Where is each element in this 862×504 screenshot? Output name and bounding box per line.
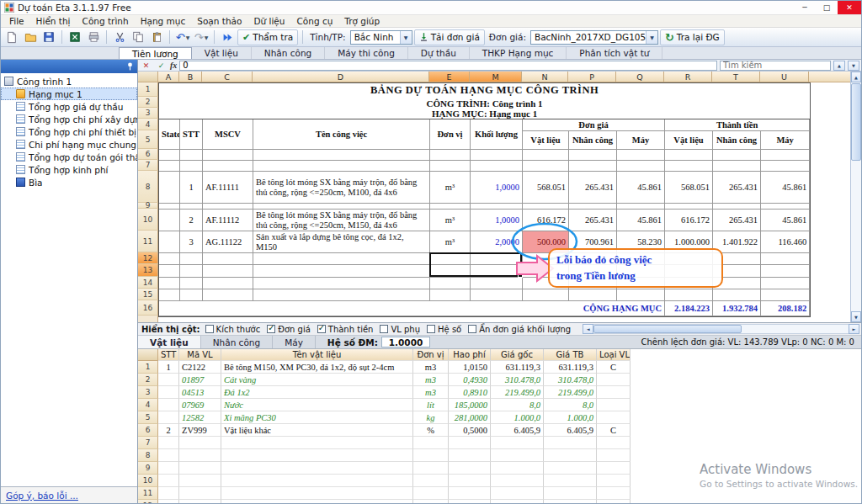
sheet-title[interactable]: BẢNG DỰ TOÁN HẠNG MỤC CÔNG TRÌNH [159,83,810,98]
horizontal-scrollbar[interactable]: ◄ ► [583,324,859,334]
row-header[interactable]: 1 [138,361,158,374]
total-nc[interactable]: 1.932.784 [713,301,761,316]
menu-item[interactable]: Dữ liệu [247,15,290,27]
header-cell[interactable]: MSCV [203,119,253,150]
calculate-button[interactable] [219,29,236,45]
cell-ten[interactable]: Bê tông lót móng SX bằng máy trộn, đổ bằ… [253,172,430,204]
row-header[interactable]: 8 [138,171,158,203]
header-cell[interactable]: Loại VL [597,349,631,361]
coefficient-value[interactable]: 1.0000 [381,337,430,347]
paste-button[interactable] [148,29,165,45]
cell-selection[interactable] [429,252,522,277]
column-option-checkbox[interactable]: Ẩn đơn giá khối lượng [468,325,571,334]
export-excel-button[interactable] [67,29,83,45]
row-header[interactable]: 2 [138,97,158,108]
print-button[interactable] [85,29,102,45]
column-header[interactable]: A [158,72,179,82]
header-cell[interactable]: Vật liệu [523,131,569,150]
column-header[interactable]: C [202,72,253,82]
menu-item[interactable]: File [3,15,30,27]
copy-button[interactable] [130,29,146,45]
cell-donvi[interactable]: m³ [430,172,471,204]
redo-button[interactable]: ↷▼ [193,29,210,45]
close-button[interactable]: ✕ [838,1,861,14]
sidebar-item[interactable]: Tổng hợp dự toán gói thầu [1,151,137,163]
row-header[interactable]: 7 [138,437,158,449]
column-header[interactable]: E [429,72,470,82]
analysis-tab[interactable]: Nhân công [201,336,273,348]
select-all-corner[interactable] [138,72,158,82]
menu-item[interactable]: Hạng mục [135,15,192,27]
cell-stt[interactable]: 1 [180,172,203,204]
minimize-button[interactable]: ─ [794,1,816,14]
column-option-checkbox[interactable]: Hệ số [427,325,461,334]
main-tab[interactable]: Tiên lương [119,47,192,59]
menu-item[interactable]: Hiển thị [30,15,77,27]
header-cell[interactable]: Máy [761,131,810,150]
tree-root-project[interactable]: Công trình 1 [1,75,137,88]
cancel-icon[interactable]: ✕ [140,61,152,71]
province-select[interactable]: Bắc Ninh ▼ [350,30,412,45]
column-option-checkbox[interactable]: Thành tiền [317,325,374,334]
enter-icon[interactable]: ✓ [155,61,168,71]
analysis-tab[interactable]: Vật liệu [138,336,201,348]
search-prev-button[interactable]: ▲ [833,61,845,71]
header-cell[interactable]: Nhân công [569,131,617,150]
row-header[interactable]: 11 [138,231,158,252]
search-next-button[interactable]: ▼ [848,61,859,71]
main-tab[interactable]: THKP Hạng mục [470,47,567,59]
sidebar-item[interactable]: Hạng mục 1 [1,88,137,100]
main-tab[interactable]: Vật liệu [192,47,252,59]
menu-item[interactable]: Trợ giúp [338,15,386,27]
row-header[interactable]: 3 [138,386,158,399]
row-header[interactable]: 16 [138,300,158,316]
column-header[interactable]: P [568,72,616,82]
vertical-scrollbar[interactable]: ▲ ▼ [850,72,861,322]
scroll-up-icon[interactable]: ▲ [851,72,861,82]
row-header[interactable]: 4 [138,399,158,411]
row-header[interactable]: 1 [138,82,158,97]
header-cell[interactable]: Giá TB [544,349,597,361]
row-header[interactable]: 3 [138,108,158,119]
column-option-checkbox[interactable]: VL phụ [380,325,420,334]
row-header[interactable]: 2 [138,374,158,386]
column-header[interactable]: Q [616,72,664,82]
header-cell[interactable]: STT [180,119,203,150]
header-cell[interactable]: Đơn giá [523,119,665,131]
maximize-button[interactable]: □ [816,1,838,14]
menu-item[interactable]: Soạn thảo [191,15,247,27]
header-cell[interactable]: Thành tiền [665,119,810,131]
cut-button[interactable] [111,29,128,45]
header-cell[interactable]: Giá gốc [491,349,544,361]
main-tab[interactable]: Dự thầu [408,47,470,59]
column-header[interactable]: R [664,72,712,82]
column-header[interactable]: N [522,72,568,82]
row-header[interactable]: 6 [138,424,158,437]
row-header[interactable]: 10 [138,209,158,231]
header-cell[interactable]: Đơn vị [413,349,449,361]
row-header[interactable]: 9 [138,203,158,209]
search-input[interactable] [720,61,831,71]
row-header[interactable]: 5 [138,411,158,424]
open-button[interactable] [22,29,39,45]
relookup-button[interactable]: ↻ Tra lại ĐG [660,29,725,45]
row-header[interactable]: 8 [138,449,158,462]
column-header[interactable]: B [179,72,202,82]
row-header[interactable]: 12 [138,252,158,264]
formula-input[interactable] [179,61,717,71]
sheet-subtitle-project[interactable]: CÔNG TRÌNH: Công trình 1 [159,98,810,109]
header-cell[interactable]: Hao phí [449,349,491,361]
load-unit-price-button[interactable]: Tải đơn giá [414,29,485,45]
header-cell[interactable]: STT [158,349,179,361]
header-cell[interactable]: State [159,119,180,150]
sidebar-item[interactable]: Bìa [1,176,137,188]
scrollbar-thumb[interactable] [593,325,742,333]
total-label[interactable]: CỘNG HẠNG MỤC [159,301,665,316]
main-tab[interactable]: Máy thi công [325,47,408,59]
row-header[interactable]: 7 [138,160,158,171]
header-cell[interactable]: Khối lượng [471,119,523,150]
scroll-right-icon[interactable]: ► [849,324,859,334]
save-button[interactable] [40,29,57,45]
feedback-link[interactable]: Góp ý, báo lỗi ... [6,491,78,501]
sheet-subtitle-category[interactable]: HẠNG MỤC: Hạng mục 1 [159,109,810,119]
